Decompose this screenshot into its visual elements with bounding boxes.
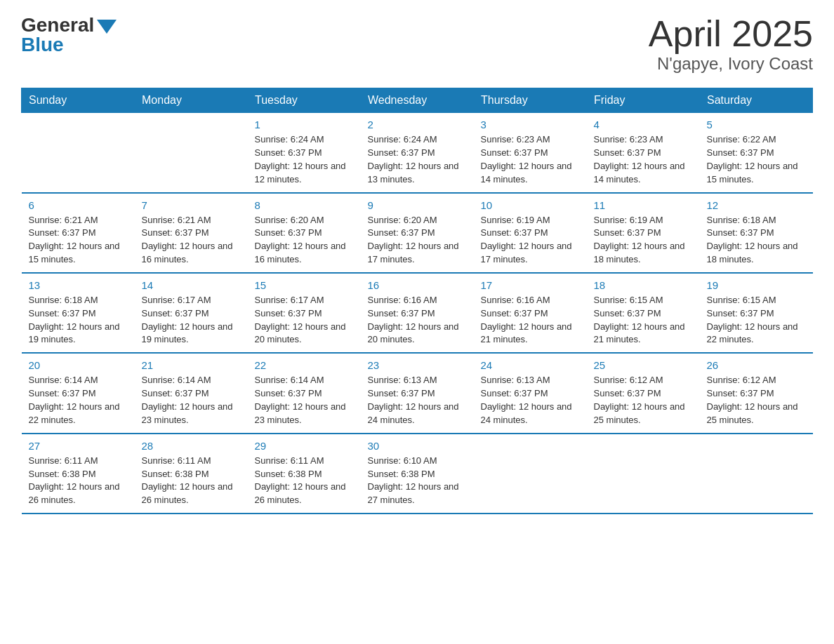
- title-section: April 2025 N'gapye, Ivory Coast: [649, 14, 813, 74]
- header-saturday: Saturday: [700, 88, 813, 113]
- calendar-cell: 3 Sunrise: 6:23 AMSunset: 6:37 PMDayligh…: [474, 113, 587, 193]
- calendar-cell: 12 Sunrise: 6:18 AMSunset: 6:37 PMDaylig…: [700, 193, 813, 273]
- calendar-cell: [700, 434, 813, 514]
- day-info: Sunrise: 6:11 AMSunset: 6:38 PMDaylight:…: [255, 455, 354, 507]
- day-number: 14: [142, 279, 241, 291]
- calendar-cell: 15 Sunrise: 6:17 AMSunset: 6:37 PMDaylig…: [248, 273, 361, 353]
- calendar-cell: 26 Sunrise: 6:12 AMSunset: 6:37 PMDaylig…: [700, 353, 813, 433]
- day-info: Sunrise: 6:14 AMSunset: 6:37 PMDaylight:…: [142, 374, 241, 427]
- calendar-cell: 4 Sunrise: 6:23 AMSunset: 6:37 PMDayligh…: [587, 113, 700, 193]
- day-number: 28: [142, 440, 241, 452]
- header-wednesday: Wednesday: [361, 88, 474, 113]
- page-header: General Blue April 2025 N'gapye, Ivory C…: [21, 14, 813, 74]
- logo: General Blue: [21, 14, 117, 56]
- day-info: Sunrise: 6:11 AMSunset: 6:38 PMDaylight:…: [29, 455, 128, 507]
- day-info: Sunrise: 6:12 AMSunset: 6:37 PMDaylight:…: [707, 374, 806, 427]
- calendar-cell: 5 Sunrise: 6:22 AMSunset: 6:37 PMDayligh…: [700, 113, 813, 193]
- logo-blue-text: Blue: [21, 34, 64, 56]
- header-thursday: Thursday: [474, 88, 587, 113]
- calendar-cell: 29 Sunrise: 6:11 AMSunset: 6:38 PMDaylig…: [248, 434, 361, 514]
- calendar-cell: 11 Sunrise: 6:19 AMSunset: 6:37 PMDaylig…: [587, 193, 700, 273]
- day-info: Sunrise: 6:13 AMSunset: 6:37 PMDaylight:…: [481, 374, 580, 427]
- day-info: Sunrise: 6:21 AMSunset: 6:37 PMDaylight:…: [29, 214, 128, 267]
- calendar-week-row: 1 Sunrise: 6:24 AMSunset: 6:37 PMDayligh…: [22, 113, 813, 193]
- day-number: 24: [481, 359, 580, 371]
- day-number: 8: [255, 199, 354, 211]
- calendar-cell: 18 Sunrise: 6:15 AMSunset: 6:37 PMDaylig…: [587, 273, 700, 353]
- day-number: 13: [29, 279, 128, 291]
- calendar-cell: 25 Sunrise: 6:12 AMSunset: 6:37 PMDaylig…: [587, 353, 700, 433]
- header-monday: Monday: [135, 88, 248, 113]
- day-info: Sunrise: 6:17 AMSunset: 6:37 PMDaylight:…: [142, 294, 241, 347]
- day-info: Sunrise: 6:22 AMSunset: 6:37 PMDaylight:…: [707, 133, 806, 186]
- calendar-week-row: 20 Sunrise: 6:14 AMSunset: 6:37 PMDaylig…: [22, 353, 813, 433]
- calendar-week-row: 13 Sunrise: 6:18 AMSunset: 6:37 PMDaylig…: [22, 273, 813, 353]
- day-info: Sunrise: 6:19 AMSunset: 6:37 PMDaylight:…: [594, 214, 693, 267]
- day-info: Sunrise: 6:12 AMSunset: 6:37 PMDaylight:…: [594, 374, 693, 427]
- day-number: 16: [368, 279, 467, 291]
- header-tuesday: Tuesday: [248, 88, 361, 113]
- day-number: 23: [368, 359, 467, 371]
- header-friday: Friday: [587, 88, 700, 113]
- calendar-cell: 2 Sunrise: 6:24 AMSunset: 6:37 PMDayligh…: [361, 113, 474, 193]
- calendar-cell: [22, 113, 135, 193]
- day-number: 30: [368, 440, 467, 452]
- calendar-cell: 19 Sunrise: 6:15 AMSunset: 6:37 PMDaylig…: [700, 273, 813, 353]
- calendar-cell: 13 Sunrise: 6:18 AMSunset: 6:37 PMDaylig…: [22, 273, 135, 353]
- day-number: 12: [707, 199, 806, 211]
- day-info: Sunrise: 6:15 AMSunset: 6:37 PMDaylight:…: [594, 294, 693, 347]
- day-info: Sunrise: 6:17 AMSunset: 6:37 PMDaylight:…: [255, 294, 354, 347]
- calendar-cell: 6 Sunrise: 6:21 AMSunset: 6:37 PMDayligh…: [22, 193, 135, 273]
- day-info: Sunrise: 6:14 AMSunset: 6:37 PMDaylight:…: [29, 374, 128, 427]
- calendar-cell: 24 Sunrise: 6:13 AMSunset: 6:37 PMDaylig…: [474, 353, 587, 433]
- calendar-subtitle: N'gapye, Ivory Coast: [649, 54, 813, 74]
- day-number: 20: [29, 359, 128, 371]
- day-info: Sunrise: 6:13 AMSunset: 6:37 PMDaylight:…: [368, 374, 467, 427]
- calendar-cell: [587, 434, 700, 514]
- day-info: Sunrise: 6:14 AMSunset: 6:37 PMDaylight:…: [255, 374, 354, 427]
- calendar-week-row: 6 Sunrise: 6:21 AMSunset: 6:37 PMDayligh…: [22, 193, 813, 273]
- day-number: 7: [142, 199, 241, 211]
- day-info: Sunrise: 6:20 AMSunset: 6:37 PMDaylight:…: [255, 214, 354, 267]
- day-number: 6: [29, 199, 128, 211]
- calendar-cell: [135, 113, 248, 193]
- calendar-cell: 10 Sunrise: 6:19 AMSunset: 6:37 PMDaylig…: [474, 193, 587, 273]
- calendar-cell: 22 Sunrise: 6:14 AMSunset: 6:37 PMDaylig…: [248, 353, 361, 433]
- calendar-cell: 7 Sunrise: 6:21 AMSunset: 6:37 PMDayligh…: [135, 193, 248, 273]
- calendar-cell: 30 Sunrise: 6:10 AMSunset: 6:38 PMDaylig…: [361, 434, 474, 514]
- day-info: Sunrise: 6:19 AMSunset: 6:37 PMDaylight:…: [481, 214, 580, 267]
- calendar-week-row: 27 Sunrise: 6:11 AMSunset: 6:38 PMDaylig…: [22, 434, 813, 514]
- day-info: Sunrise: 6:15 AMSunset: 6:37 PMDaylight:…: [707, 294, 806, 347]
- day-number: 17: [481, 279, 580, 291]
- day-info: Sunrise: 6:21 AMSunset: 6:37 PMDaylight:…: [142, 214, 241, 267]
- calendar-cell: 23 Sunrise: 6:13 AMSunset: 6:37 PMDaylig…: [361, 353, 474, 433]
- day-number: 19: [707, 279, 806, 291]
- calendar-cell: 21 Sunrise: 6:14 AMSunset: 6:37 PMDaylig…: [135, 353, 248, 433]
- calendar-cell: 20 Sunrise: 6:14 AMSunset: 6:37 PMDaylig…: [22, 353, 135, 433]
- calendar-cell: 28 Sunrise: 6:11 AMSunset: 6:38 PMDaylig…: [135, 434, 248, 514]
- day-info: Sunrise: 6:16 AMSunset: 6:37 PMDaylight:…: [481, 294, 580, 347]
- calendar-cell: [474, 434, 587, 514]
- day-number: 21: [142, 359, 241, 371]
- calendar-cell: 16 Sunrise: 6:16 AMSunset: 6:37 PMDaylig…: [361, 273, 474, 353]
- day-number: 25: [594, 359, 693, 371]
- day-info: Sunrise: 6:16 AMSunset: 6:37 PMDaylight:…: [368, 294, 467, 347]
- calendar-title: April 2025: [649, 14, 813, 54]
- calendar-cell: 1 Sunrise: 6:24 AMSunset: 6:37 PMDayligh…: [248, 113, 361, 193]
- day-number: 2: [368, 119, 467, 130]
- day-number: 4: [594, 119, 693, 130]
- calendar-cell: 14 Sunrise: 6:17 AMSunset: 6:37 PMDaylig…: [135, 273, 248, 353]
- day-number: 26: [707, 359, 806, 371]
- calendar-cell: 17 Sunrise: 6:16 AMSunset: 6:37 PMDaylig…: [474, 273, 587, 353]
- calendar-cell: 27 Sunrise: 6:11 AMSunset: 6:38 PMDaylig…: [22, 434, 135, 514]
- day-number: 15: [255, 279, 354, 291]
- day-info: Sunrise: 6:20 AMSunset: 6:37 PMDaylight:…: [368, 214, 467, 267]
- day-info: Sunrise: 6:24 AMSunset: 6:37 PMDaylight:…: [368, 133, 467, 186]
- weekday-header-row: Sunday Monday Tuesday Wednesday Thursday…: [22, 88, 813, 113]
- calendar-cell: 9 Sunrise: 6:20 AMSunset: 6:37 PMDayligh…: [361, 193, 474, 273]
- day-number: 29: [255, 440, 354, 452]
- header-sunday: Sunday: [22, 88, 135, 113]
- day-number: 5: [707, 119, 806, 130]
- calendar-cell: 8 Sunrise: 6:20 AMSunset: 6:37 PMDayligh…: [248, 193, 361, 273]
- day-info: Sunrise: 6:11 AMSunset: 6:38 PMDaylight:…: [142, 455, 241, 507]
